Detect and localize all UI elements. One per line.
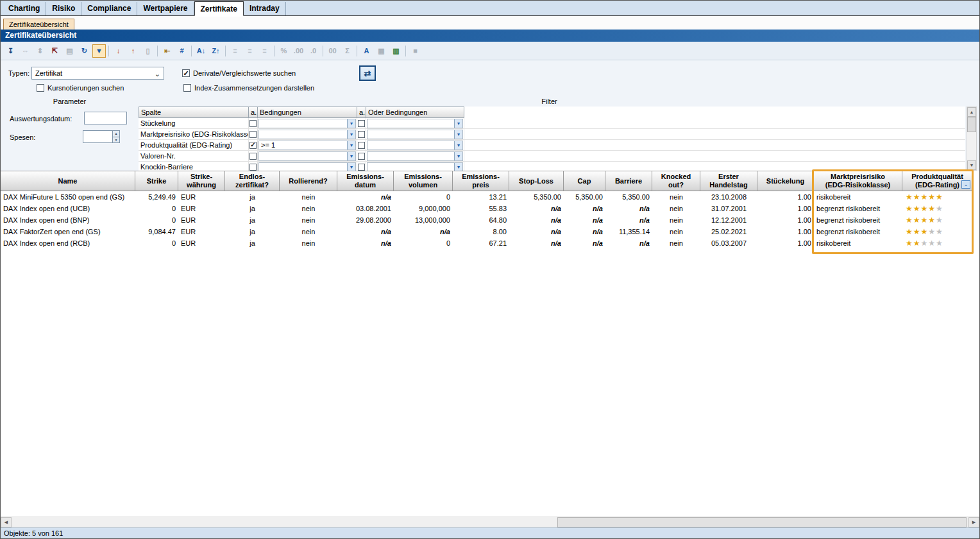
column-header-8[interactable]: Emissions- preis bbox=[453, 171, 509, 191]
dropdown-arrow-icon[interactable]: ▾ bbox=[347, 130, 355, 139]
dropdown-arrow-icon[interactable]: ▾ bbox=[347, 152, 355, 160]
table-row[interactable]: DAX Index open end (UCB)0EURjanein03.08.… bbox=[1, 203, 979, 214]
tab-risiko[interactable]: Risiko bbox=[46, 2, 81, 15]
cell: 0 bbox=[135, 214, 178, 226]
filter-condition-combo[interactable]: >= 1▾ bbox=[258, 141, 356, 150]
filter-active-checkbox[interactable] bbox=[249, 120, 257, 127]
filter-active-checkbox[interactable]: ✓ bbox=[249, 142, 257, 149]
dropdown-arrow-icon[interactable]: ▾ bbox=[454, 163, 462, 171]
filter-condition-combo[interactable]: ▾ bbox=[258, 151, 356, 161]
dropdown-arrow-icon[interactable]: ▾ bbox=[454, 152, 462, 160]
dropdown-arrow-icon[interactable]: ▾ bbox=[347, 119, 355, 128]
spin-down-icon[interactable]: ▼ bbox=[113, 137, 119, 143]
scroll-right-icon[interactable]: ▶ bbox=[968, 517, 979, 527]
table-row[interactable]: DAX FaktorZert open end (GS)9,084.47EURj… bbox=[1, 226, 979, 237]
table-row[interactable]: DAX Index open end (RCB)0EURjaneinn/a067… bbox=[1, 237, 979, 249]
checkbox-icon[interactable] bbox=[183, 84, 191, 92]
filter-active-checkbox[interactable] bbox=[249, 153, 257, 160]
column-header-1[interactable]: Name bbox=[1, 171, 135, 191]
column-header-14[interactable]: Stückelung bbox=[757, 171, 814, 191]
column-header-13[interactable]: Erster Handelstag bbox=[700, 171, 757, 191]
filter-condition-combo[interactable]: ▾ bbox=[258, 119, 356, 128]
column-header-12[interactable]: Knocked out? bbox=[652, 171, 700, 191]
filter-or-active-checkbox[interactable] bbox=[358, 164, 365, 171]
filter-or-active-checkbox[interactable] bbox=[358, 120, 365, 127]
column-header-11[interactable]: Barriere bbox=[605, 171, 652, 191]
tab-zertifikate[interactable]: Zertifikate bbox=[194, 1, 244, 16]
column-filter-dropdown-icon[interactable]: ⌄ bbox=[961, 180, 970, 189]
tab-wertpapiere[interactable]: Wertpapiere bbox=[137, 2, 194, 15]
column-header-10[interactable]: Cap bbox=[564, 171, 605, 191]
filter-or-condition-combo[interactable]: ▾ bbox=[367, 141, 463, 150]
print-icon: ▤ bbox=[63, 44, 76, 58]
filter-or-condition-combo[interactable]: ▾ bbox=[367, 119, 463, 128]
subtab-zertifikateuebersicht[interactable]: Zertifikateübersicht bbox=[3, 19, 74, 30]
column-header-9[interactable]: Stop-Loss bbox=[509, 171, 564, 191]
derivate-vergleichswerte-checkbox[interactable]: ✓Derivate/Vergleichswerte suchen bbox=[182, 69, 296, 78]
dropdown-arrow-icon[interactable]: ▾ bbox=[347, 163, 355, 171]
filter-vertical-scrollbar[interactable]: ▲ ▼ bbox=[967, 107, 977, 171]
scrollbar-thumb[interactable] bbox=[967, 117, 976, 132]
column-header-5[interactable]: Rollierend? bbox=[280, 171, 337, 191]
index-zusammensetzungen-checkbox[interactable]: Index-Zusammensetzungen darstellen bbox=[183, 83, 314, 92]
table-row[interactable]: DAX MiniFuture L 5350 open end (GS)5,249… bbox=[1, 191, 979, 203]
column-header-3[interactable]: Strike- währung bbox=[178, 171, 225, 191]
column-header-6[interactable]: Emissions- datum bbox=[337, 171, 394, 191]
chart-icon[interactable]: ▥ bbox=[389, 44, 403, 58]
cell: 9,000,000 bbox=[394, 203, 453, 214]
filter-condition-combo[interactable]: ▾ bbox=[258, 162, 356, 171]
filter-condition-combo[interactable]: ▾ bbox=[258, 130, 356, 139]
star-icon: ★ bbox=[928, 193, 936, 201]
column-width-icon[interactable]: ⇤ bbox=[160, 44, 174, 58]
import-icon[interactable]: ↧ bbox=[4, 44, 17, 58]
spin-up-icon[interactable]: ▲ bbox=[113, 131, 119, 137]
tab-compliance[interactable]: Compliance bbox=[81, 2, 137, 15]
scroll-left-icon[interactable]: ◀ bbox=[1, 517, 12, 527]
column-header-7[interactable]: Emissions- volumen bbox=[394, 171, 453, 191]
filter-icon[interactable]: ▼ bbox=[92, 44, 106, 58]
scroll-down-icon[interactable]: ▼ bbox=[967, 160, 976, 170]
column-header-16[interactable]: Produktqualität (EDG-Rating)⌄ bbox=[902, 171, 973, 191]
sort-descending-icon[interactable]: Z↑ bbox=[209, 44, 223, 58]
cell: n/a bbox=[605, 203, 652, 214]
filter-field-name: Produktqualität (EDG-Rating) bbox=[139, 140, 249, 150]
column-header-4[interactable]: Endlos- zertifikat? bbox=[225, 171, 280, 191]
insert-column-up-icon[interactable]: ↑ bbox=[126, 44, 140, 58]
numbering-icon[interactable]: # bbox=[175, 44, 189, 58]
filter-or-active-checkbox[interactable] bbox=[358, 142, 365, 149]
dropdown-arrow-icon[interactable]: ▾ bbox=[454, 130, 462, 139]
filter-or-condition-combo[interactable]: ▾ bbox=[367, 162, 463, 171]
tab-intraday[interactable]: Intraday bbox=[244, 2, 286, 15]
filter-active-checkbox[interactable] bbox=[249, 131, 257, 138]
typen-select[interactable]: Zertifikat ⌄ bbox=[31, 67, 164, 80]
search-refresh-button[interactable]: ⇄ bbox=[359, 65, 376, 81]
fit-rows-icon: ⇕ bbox=[33, 44, 47, 58]
filter-or-condition-combo[interactable]: ▾ bbox=[367, 130, 463, 139]
dropdown-arrow-icon[interactable]: ▾ bbox=[347, 141, 355, 150]
table-body: DAX MiniFuture L 5350 open end (GS)5,249… bbox=[1, 191, 979, 249]
table-row[interactable]: DAX Index open end (BNP)0EURjanein29.08.… bbox=[1, 214, 979, 226]
refresh-icon[interactable]: ↻ bbox=[78, 44, 91, 58]
auswertungsdatum-input[interactable] bbox=[84, 112, 127, 124]
checkbox-icon[interactable] bbox=[37, 84, 44, 92]
spesen-input[interactable] bbox=[83, 131, 112, 142]
horizontal-scrollbar[interactable]: ◀ ▶ bbox=[1, 517, 979, 527]
checkbox-icon[interactable]: ✓ bbox=[182, 69, 190, 77]
kursnotierungen-checkbox[interactable]: Kursnotierungen suchen bbox=[37, 83, 124, 92]
filter-or-condition-combo[interactable]: ▾ bbox=[367, 151, 463, 161]
font-icon[interactable]: A bbox=[360, 44, 373, 58]
sort-ascending-icon[interactable]: A↓ bbox=[194, 44, 208, 58]
dropdown-arrow-icon[interactable]: ▾ bbox=[454, 141, 462, 150]
cell: nein bbox=[652, 203, 700, 214]
insert-column-down-icon[interactable]: ↓ bbox=[112, 44, 125, 58]
dropdown-arrow-icon[interactable]: ▾ bbox=[454, 119, 462, 128]
column-header-15[interactable]: Marktpreisrisiko (EDG-Risikoklasse) bbox=[814, 171, 902, 191]
scroll-up-icon[interactable]: ▲ bbox=[967, 107, 976, 117]
filter-active-checkbox[interactable] bbox=[249, 164, 257, 171]
scrollbar-thumb[interactable] bbox=[557, 517, 967, 527]
filter-or-active-checkbox[interactable] bbox=[358, 131, 365, 138]
column-header-2[interactable]: Strike bbox=[135, 171, 178, 191]
export-window-icon[interactable]: ⇱ bbox=[48, 44, 62, 58]
tab-charting[interactable]: Charting bbox=[3, 2, 46, 15]
filter-or-active-checkbox[interactable] bbox=[358, 153, 365, 160]
